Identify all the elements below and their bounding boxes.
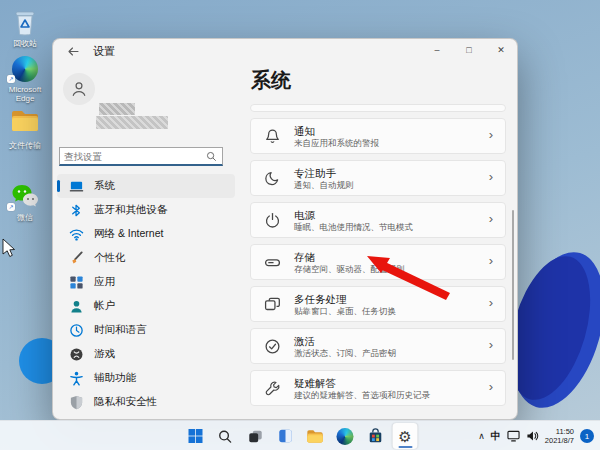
chevron-right-icon: › xyxy=(489,127,493,142)
row-subtitle: 通知、自动规则 xyxy=(294,180,354,190)
sidebar-item-label: 网络 & Internet xyxy=(94,227,163,241)
check-circle-icon xyxy=(264,338,281,355)
chevron-right-icon: › xyxy=(489,337,493,352)
store-bag-icon xyxy=(367,428,383,444)
sidebar-item-system[interactable]: 系统 xyxy=(57,174,235,198)
widgets-icon xyxy=(277,428,293,444)
sidebar-item-network[interactable]: 网络 & Internet xyxy=(57,222,235,246)
sidebar-item-label: 帐户 xyxy=(94,299,115,313)
desktop-icon-label: 文件传输 xyxy=(1,141,49,150)
desktop-icon-label: 微信 xyxy=(1,213,49,222)
sidebar-item-label: 蓝牙和其他设备 xyxy=(94,203,168,217)
wifi-icon xyxy=(69,227,84,242)
row-subtitle: 来自应用和系统的警报 xyxy=(294,138,379,148)
row-title: 电源 xyxy=(294,209,413,222)
microsoft-store-button[interactable] xyxy=(363,423,388,449)
row-subtitle: 存储空间、驱动器、配置规则 xyxy=(294,264,405,274)
content-scrollbar[interactable] xyxy=(512,210,514,360)
settings-row-notifications[interactable]: 通知来自应用和系统的警报 › xyxy=(250,118,506,154)
sidebar-item-gaming[interactable]: 游戏 xyxy=(57,342,235,366)
row-subtitle: 睡眠、电池使用情况、节电模式 xyxy=(294,222,413,232)
sidebar-nav: 系统 蓝牙和其他设备 网络 & Internet 个性化 应用 帐户 xyxy=(57,174,235,420)
row-title: 通知 xyxy=(294,125,379,138)
clock[interactable]: 11:50 2021/8/7 xyxy=(545,427,574,445)
wechat-icon: ↗ xyxy=(1,180,49,210)
settings-row-focus-assist[interactable]: 专注助手通知、自动规则 › xyxy=(250,160,506,196)
recycle-bin-icon xyxy=(1,6,49,36)
sidebar-item-personalization[interactable]: 个性化 xyxy=(57,246,235,270)
network-icon[interactable] xyxy=(507,430,520,442)
bell-icon xyxy=(264,128,281,145)
row-title: 疑难解答 xyxy=(294,377,430,390)
row-title: 存储 xyxy=(294,251,405,264)
edge-button[interactable] xyxy=(333,423,358,449)
storage-drive-icon xyxy=(264,254,281,271)
settings-sidebar: 系统 蓝牙和其他设备 网络 & Internet 个性化 应用 帐户 xyxy=(53,63,239,419)
minimize-button[interactable]: – xyxy=(421,39,453,61)
notification-badge[interactable]: 1 xyxy=(580,429,594,443)
close-button[interactable]: ✕ xyxy=(485,39,517,61)
file-explorer-icon xyxy=(307,429,324,444)
row-subtitle: 建议的疑难解答、首选项和历史记录 xyxy=(294,390,430,400)
settings-taskbar-button[interactable]: ⚙ xyxy=(393,423,418,449)
sidebar-item-time-language[interactable]: 时间和语言 xyxy=(57,318,235,342)
sidebar-item-privacy[interactable]: 隐私和安全性 xyxy=(57,390,235,414)
task-view-icon xyxy=(247,428,263,444)
bluetooth-icon xyxy=(69,203,84,218)
settings-row-multitasking[interactable]: 多任务处理贴靠窗口、桌面、任务切换 › xyxy=(250,286,506,322)
hidden-icons-chevron[interactable]: ∧ xyxy=(478,431,485,441)
multitask-windows-icon xyxy=(264,296,281,313)
desktop-icon-edge[interactable]: ↗ Microsoft Edge xyxy=(1,52,49,103)
settings-row-power[interactable]: 电源睡眠、电池使用情况、节电模式 › xyxy=(250,202,506,238)
search-icon xyxy=(206,151,217,162)
search-icon xyxy=(218,429,233,444)
gear-icon: ⚙ xyxy=(398,429,411,444)
row-subtitle: 贴靠窗口、桌面、任务切换 xyxy=(294,306,396,316)
open-app-indicator xyxy=(398,446,412,449)
window-title: 设置 xyxy=(93,44,115,59)
person-icon xyxy=(69,299,84,314)
titlebar[interactable]: 设置 – □ ✕ xyxy=(53,39,517,63)
sidebar-item-label: 辅助功能 xyxy=(94,371,136,385)
account-profile[interactable] xyxy=(63,73,95,105)
xbox-icon xyxy=(69,347,84,362)
settings-search-box[interactable] xyxy=(59,147,223,166)
selected-indicator xyxy=(57,180,60,192)
avatar xyxy=(63,73,95,105)
desktop-icon-wechat[interactable]: ↗ 微信 xyxy=(1,180,49,222)
tray-date: 2021/8/7 xyxy=(545,436,574,445)
start-button[interactable] xyxy=(183,423,208,449)
tray-time: 11:50 xyxy=(545,427,574,436)
shortcut-arrow-icon: ↗ xyxy=(7,203,15,211)
maximize-button[interactable]: □ xyxy=(453,39,485,61)
censored-account-info xyxy=(96,116,168,129)
sidebar-item-apps[interactable]: 应用 xyxy=(57,270,235,294)
search-input[interactable] xyxy=(60,151,206,162)
brush-icon xyxy=(69,251,84,266)
sidebar-item-accounts[interactable]: 帐户 xyxy=(57,294,235,318)
taskbar: ⚙ ∧ 中 11:50 2021/8/7 1 xyxy=(0,420,600,450)
volume-icon[interactable] xyxy=(526,430,539,442)
settings-row-troubleshoot[interactable]: 疑难解答建议的疑难解答、首选项和历史记录 › xyxy=(250,370,506,406)
shield-icon xyxy=(69,395,84,410)
desktop-icon-folder[interactable]: 文件传输 xyxy=(1,107,49,150)
settings-row-activation[interactable]: 激活激活状态、订阅、产品密钥 › xyxy=(250,328,506,364)
apps-icon xyxy=(69,275,84,290)
taskbar-search-button[interactable] xyxy=(213,423,238,449)
task-view-button[interactable] xyxy=(243,423,268,449)
back-button[interactable] xyxy=(59,40,87,62)
sidebar-item-bluetooth[interactable]: 蓝牙和其他设备 xyxy=(57,198,235,222)
file-explorer-button[interactable] xyxy=(303,423,328,449)
row-subtitle: 激活状态、订阅、产品密钥 xyxy=(294,348,396,358)
settings-window: 设置 – □ ✕ 系统 蓝牙和其他设备 xyxy=(52,38,518,420)
widgets-button[interactable] xyxy=(273,423,298,449)
back-arrow-icon xyxy=(68,47,79,56)
system-icon xyxy=(69,179,84,194)
settings-row-storage[interactable]: 存储存储空间、驱动器、配置规则 › xyxy=(250,244,506,280)
ime-indicator[interactable]: 中 xyxy=(491,429,501,443)
desktop-icon-recycle-bin[interactable]: 回收站 xyxy=(1,6,49,48)
sidebar-item-label: 个性化 xyxy=(94,251,126,265)
sidebar-item-label: 应用 xyxy=(94,275,115,289)
sidebar-item-accessibility[interactable]: 辅助功能 xyxy=(57,366,235,390)
settings-content: 系统 通知来自应用和系统的警报 › 专注助手通知、自动规则 › 电源睡眠、电池使… xyxy=(239,63,517,419)
